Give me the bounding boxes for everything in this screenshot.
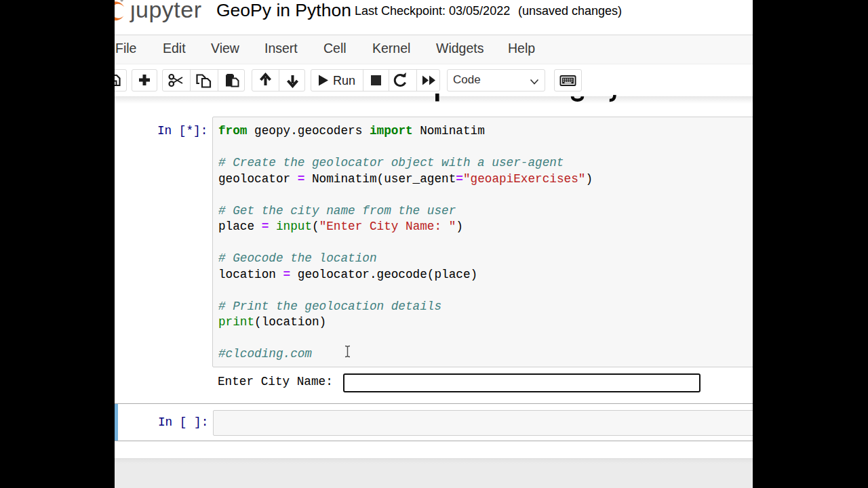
svg-text:Run: Run <box>333 74 355 87</box>
